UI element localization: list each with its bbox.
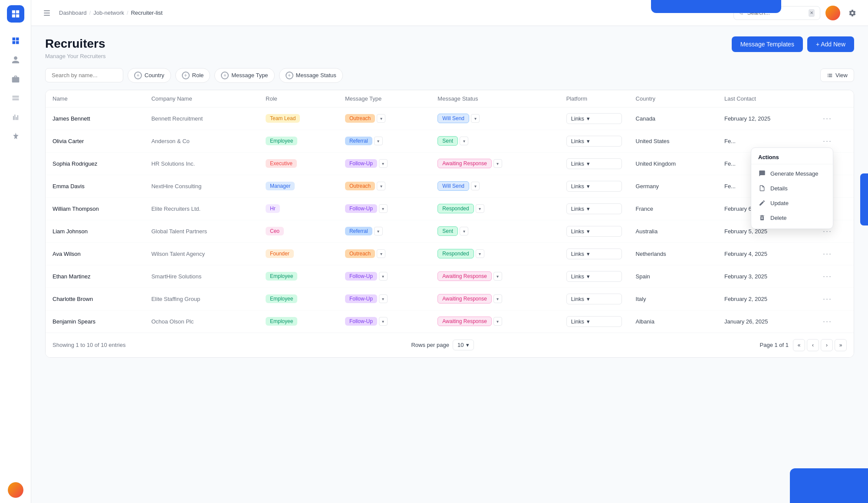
msg-type-dropdown-arrow[interactable]: ▾: [379, 272, 388, 281]
message-type-filter-button[interactable]: + Message Type: [214, 68, 274, 83]
topbar-avatar[interactable]: [825, 6, 840, 20]
platform-select[interactable]: Links ▾: [566, 271, 622, 282]
msg-status-badge: Awaiting Response: [437, 294, 492, 304]
msg-status-dropdown-arrow[interactable]: ▾: [476, 204, 484, 213]
add-new-button[interactable]: + Add New: [807, 36, 854, 52]
last-page-button[interactable]: »: [835, 339, 847, 351]
msg-status-dropdown-arrow[interactable]: ▾: [471, 114, 480, 123]
cell-more-actions: ···: [816, 265, 854, 287]
msg-status-dropdown-arrow[interactable]: ▾: [493, 294, 502, 303]
msg-status-dropdown-arrow[interactable]: ▾: [493, 272, 502, 281]
msg-status-dropdown-arrow[interactable]: ▾: [476, 249, 484, 258]
cell-last-contact: February 3, 2025: [717, 265, 816, 287]
msg-type-dropdown-arrow[interactable]: ▾: [377, 114, 385, 123]
sidebar-item-users[interactable]: [7, 52, 24, 69]
msg-status-dropdown-arrow[interactable]: ▾: [460, 137, 468, 145]
table-row: Ethan Martinez SmartHire Solutions Emplo…: [46, 265, 854, 287]
sidebar-user-avatar[interactable]: [8, 482, 23, 498]
msg-status-dropdown-arrow[interactable]: ▾: [493, 159, 502, 168]
rows-per-page-control: Rows per page 10 ▾: [411, 340, 474, 350]
sidebar-item-dashboard[interactable]: [7, 33, 24, 50]
message-templates-button[interactable]: Message Templates: [732, 36, 803, 52]
view-icon: [827, 72, 833, 78]
msg-type-dropdown-arrow[interactable]: ▾: [374, 137, 383, 145]
sidebar-item-settings[interactable]: [7, 128, 24, 146]
view-button[interactable]: View: [820, 69, 854, 82]
next-page-button[interactable]: ›: [821, 339, 833, 351]
update-action[interactable]: Update: [751, 196, 833, 210]
more-actions-button[interactable]: ···: [823, 114, 832, 123]
platform-select[interactable]: Links ▾: [566, 158, 622, 169]
platform-value: Links: [571, 115, 584, 122]
rows-per-page-select[interactable]: 10 ▾: [453, 340, 474, 350]
cell-msg-type: Follow-Up ▾: [338, 287, 431, 310]
msg-type-dropdown-arrow[interactable]: ▾: [379, 159, 388, 168]
cell-name: Ethan Martinez: [46, 265, 145, 287]
menu-toggle-button[interactable]: [40, 6, 54, 20]
cell-role: Employee: [259, 130, 338, 152]
platform-select[interactable]: Links ▾: [566, 181, 622, 192]
details-action[interactable]: Details: [751, 181, 833, 196]
delete-icon: [758, 214, 766, 222]
platform-select[interactable]: Links ▾: [566, 248, 622, 259]
message-status-filter-button[interactable]: + Message Status: [279, 68, 343, 83]
first-page-button[interactable]: «: [793, 339, 805, 351]
platform-select[interactable]: Links ▾: [566, 316, 622, 327]
user-icon: [11, 56, 20, 66]
platform-select[interactable]: Links ▾: [566, 294, 622, 304]
more-actions-button[interactable]: ···: [823, 249, 832, 258]
delete-label: Delete: [770, 215, 787, 221]
msg-type-dropdown-arrow[interactable]: ▾: [377, 249, 385, 258]
sidebar-item-jobs[interactable]: [7, 71, 24, 88]
search-clear-button[interactable]: ✕: [809, 9, 815, 17]
msg-type-dropdown-arrow[interactable]: ▾: [379, 204, 388, 213]
cell-last-contact: February 2, 2025: [717, 287, 816, 310]
sidebar-logo[interactable]: [7, 5, 24, 23]
platform-select[interactable]: Links ▾: [566, 226, 622, 237]
cell-msg-status: Sent ▾: [431, 220, 559, 242]
cell-name: Sophia Rodriguez: [46, 152, 145, 175]
more-actions-button[interactable]: ···: [823, 272, 832, 281]
platform-select[interactable]: Links ▾: [566, 136, 622, 147]
breadcrumb-job-network[interactable]: Job-network: [93, 10, 124, 16]
msg-type-dropdown-arrow[interactable]: ▾: [377, 182, 385, 190]
msg-type-dropdown-arrow[interactable]: ▾: [374, 227, 383, 235]
platform-value: Links: [571, 251, 584, 257]
platform-select[interactable]: Links ▾: [566, 203, 622, 214]
msg-type-dropdown-arrow[interactable]: ▾: [379, 317, 388, 326]
table-row: Liam Johnson Global Talent Partners Ceo …: [46, 220, 854, 242]
topbar-settings-button[interactable]: [845, 6, 859, 20]
msg-status-dropdown-arrow[interactable]: ▾: [493, 317, 502, 326]
prev-page-button[interactable]: ‹: [807, 339, 819, 351]
msg-status-badge: Awaiting Response: [437, 317, 492, 326]
svg-rect-0: [44, 10, 50, 11]
msg-status-dropdown-arrow[interactable]: ▾: [460, 227, 468, 235]
generate-message-action[interactable]: Generate Message: [751, 166, 833, 181]
breadcrumb-dashboard[interactable]: Dashboard: [59, 10, 87, 16]
msg-status-dropdown-arrow[interactable]: ▾: [471, 182, 480, 190]
msg-status-badge: Will Send: [437, 114, 469, 123]
country-filter-button[interactable]: + Country: [128, 68, 171, 83]
briefcase-icon: [11, 75, 20, 85]
page-actions: Message Templates + Add New: [732, 36, 854, 52]
blue-accent-right: [860, 173, 868, 225]
list-icon: [11, 94, 20, 105]
more-actions-button[interactable]: ···: [823, 294, 832, 303]
name-search-input[interactable]: [45, 68, 123, 82]
cell-platform: Links ▾: [559, 107, 629, 130]
tools-icon: [11, 132, 20, 143]
role-filter-button[interactable]: + Role: [175, 68, 210, 83]
sidebar-item-list[interactable]: [7, 90, 24, 108]
sidebar-item-analytics[interactable]: [7, 109, 24, 127]
msg-status-badge: Awaiting Response: [437, 159, 492, 168]
more-actions-button[interactable]: ···: [823, 317, 832, 326]
platform-chevron-icon: ▾: [587, 318, 590, 325]
role-filter-label: Role: [192, 72, 204, 78]
more-actions-button[interactable]: ···: [823, 137, 832, 145]
msg-type-dropdown-arrow[interactable]: ▾: [379, 294, 388, 303]
cell-msg-status: Awaiting Response ▾: [431, 287, 559, 310]
cell-msg-type: Follow-Up ▾: [338, 265, 431, 287]
table-row: Olivia Carter Anderson & Co Employee Ref…: [46, 130, 854, 152]
platform-select[interactable]: Links ▾: [566, 113, 622, 124]
delete-action[interactable]: Delete: [751, 210, 833, 225]
